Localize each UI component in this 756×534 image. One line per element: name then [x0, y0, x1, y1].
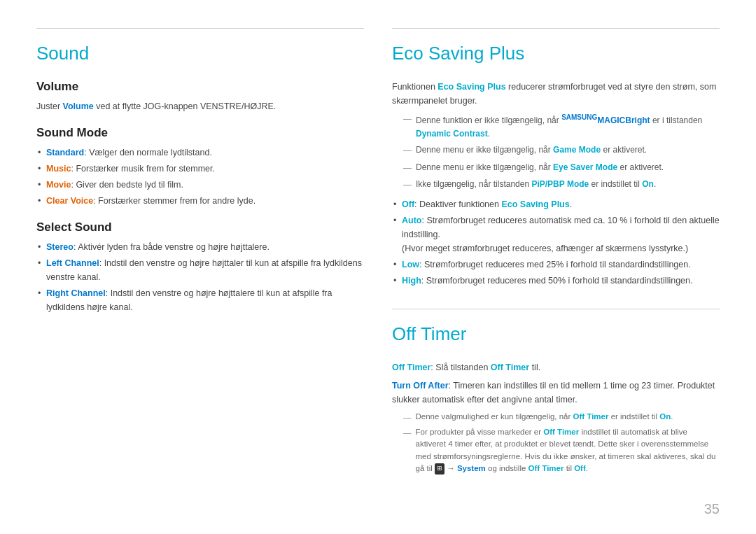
off-timer-note-2: For produkter på visse markeder er Off T… [392, 426, 720, 475]
eco-note-3: Denne menu er ikke tilgængelig, når Eye … [392, 161, 720, 175]
sound-title: Sound [36, 43, 364, 64]
volume-title: Volume [36, 80, 364, 94]
select-sound-list: Stereo: Aktivér lyden fra både venstre o… [36, 240, 364, 314]
list-item: High: Strømforbruget reduceres med 50% i… [392, 274, 720, 288]
list-item: Movie: Giver den bedste lyd til film. [36, 178, 364, 192]
sound-mode-list: Standard: Vælger den normale lydtilstand… [36, 146, 364, 208]
list-item: Auto: Strømforbruget reduceres automatis… [392, 213, 720, 255]
list-item: Off: Deaktiver funktionen Eco Saving Plu… [392, 197, 720, 211]
volume-highlight: Volume [63, 101, 94, 111]
turn-off-after: Turn Off After: Timeren kan indstilles t… [392, 379, 720, 407]
volume-body: Juster Volume ved at flytte JOG-knappen … [36, 99, 364, 113]
eco-bullets: Off: Deaktiver funktionen Eco Saving Plu… [392, 197, 720, 288]
sound-mode-title: Sound Mode [36, 126, 364, 140]
off-timer-note-1: Denne valgmulighed er kun tilgængelig, n… [392, 411, 720, 423]
eco-note-2: Denne menu er ikke tilgængelig, når Game… [392, 143, 720, 157]
list-item: Clear Voice: Forstærker stemmer frem for… [36, 194, 364, 208]
eco-intro: Funktionen Eco Saving Plus reducerer str… [392, 80, 720, 108]
eco-saving-plus-title: Eco Saving Plus [392, 43, 720, 64]
eco-note-1: Denne funktion er ikke tilgængelig, når … [392, 112, 720, 141]
select-sound-title: Select Sound [36, 220, 364, 234]
left-column: Sound Volume Juster Volume ved at flytte… [36, 28, 364, 477]
list-item: Music: Forstærker musik frem for stemmer… [36, 162, 364, 176]
menu-icon: ⊞ [435, 463, 444, 475]
off-timer-intro: Off Timer: Slå tilstanden Off Timer til. [392, 360, 720, 374]
right-column: Eco Saving Plus Funktionen Eco Saving Pl… [392, 28, 720, 477]
list-item: Standard: Vælger den normale lydtilstand… [36, 146, 364, 160]
off-timer-title: Off Timer [392, 323, 720, 345]
page-number: 35 [704, 501, 720, 517]
eco-note-4: Ikke tilgængelig, når tilstanden PiP/PBP… [392, 178, 720, 192]
list-item: Left Channel: Indstil den venstre og høj… [36, 256, 364, 284]
list-item: Stereo: Aktivér lyden fra både venstre o… [36, 240, 364, 254]
list-item: Low: Strømforbruget reduceres med 25% i … [392, 258, 720, 272]
list-item: Right Channel: Indstil den venstre og hø… [36, 286, 364, 314]
